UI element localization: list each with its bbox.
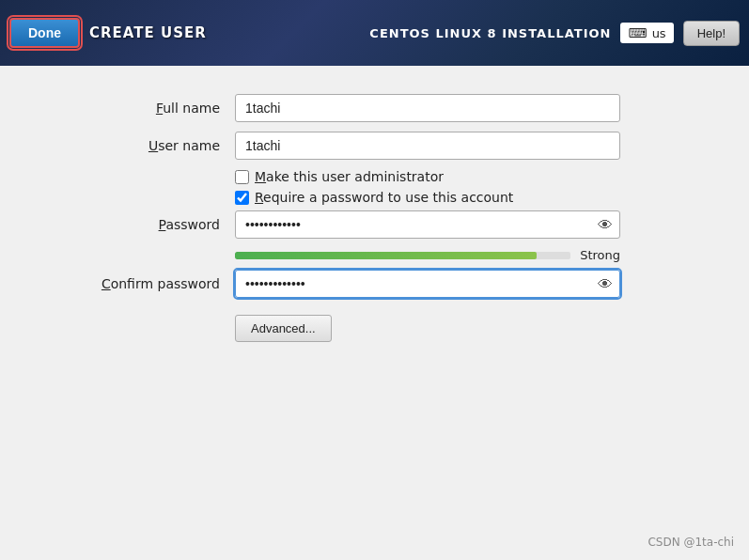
make-admin-label[interactable]: Make this user administrator [255, 169, 444, 184]
full-name-row: Full name [56, 94, 693, 122]
confirm-password-input-col: 👁 [235, 270, 693, 298]
strength-label: Strong [580, 248, 620, 262]
strength-section: Strong [235, 248, 693, 262]
password-input[interactable] [235, 210, 620, 239]
require-password-checkbox[interactable] [235, 191, 249, 205]
user-name-row: User name [56, 132, 693, 160]
full-name-input-col [235, 94, 693, 122]
strength-bar [235, 252, 570, 259]
password-wrapper: 👁 [235, 210, 620, 239]
confirm-password-show-icon[interactable]: 👁 [598, 275, 613, 293]
advanced-button[interactable]: Advanced... [235, 315, 332, 342]
user-name-label: User name [56, 138, 235, 153]
confirm-password-wrapper: 👁 [235, 270, 620, 298]
strength-bar-fill [235, 252, 537, 259]
require-password-section: Require a password to use this account [235, 190, 693, 205]
password-row: Password 👁 [56, 210, 693, 239]
confirm-password-input[interactable] [235, 270, 620, 298]
watermark: CSDN @1ta-chi [648, 536, 734, 549]
make-admin-checkbox[interactable] [235, 170, 249, 184]
password-label: Password [56, 217, 235, 232]
centos-title: CENTOS LINUX 8 INSTALLATION [369, 26, 611, 40]
make-admin-section: Make this user administrator [235, 169, 693, 184]
password-input-col: 👁 [235, 210, 693, 239]
require-password-row: Require a password to use this account [235, 190, 693, 205]
done-button[interactable]: Done [9, 18, 80, 48]
main-content: Full name User name Make this user admin… [0, 66, 749, 560]
header-left: Done CREATE USER [9, 18, 207, 48]
keyboard-lang: us [652, 26, 666, 40]
help-button[interactable]: Help! [683, 21, 740, 46]
keyboard-icon: ⌨ [628, 25, 647, 40]
user-name-input[interactable] [235, 132, 620, 160]
confirm-password-row: Confirm password 👁 [56, 270, 693, 298]
confirm-password-label: Confirm password [56, 276, 235, 291]
header-right: CENTOS LINUX 8 INSTALLATION ⌨ us Help! [369, 21, 740, 46]
require-password-label[interactable]: Require a password to use this account [255, 190, 513, 205]
advanced-section: Advanced... [235, 307, 693, 342]
password-show-icon[interactable]: 👁 [598, 216, 613, 234]
strength-bar-container: Strong [235, 248, 620, 262]
full-name-input[interactable] [235, 94, 620, 122]
make-admin-row: Make this user administrator [235, 169, 693, 184]
keyboard-indicator[interactable]: ⌨ us [620, 23, 673, 43]
header: Done CREATE USER CENTOS LINUX 8 INSTALLA… [0, 0, 749, 66]
page-title: CREATE USER [89, 24, 207, 41]
user-name-input-col [235, 132, 693, 160]
full-name-label: Full name [56, 101, 235, 116]
